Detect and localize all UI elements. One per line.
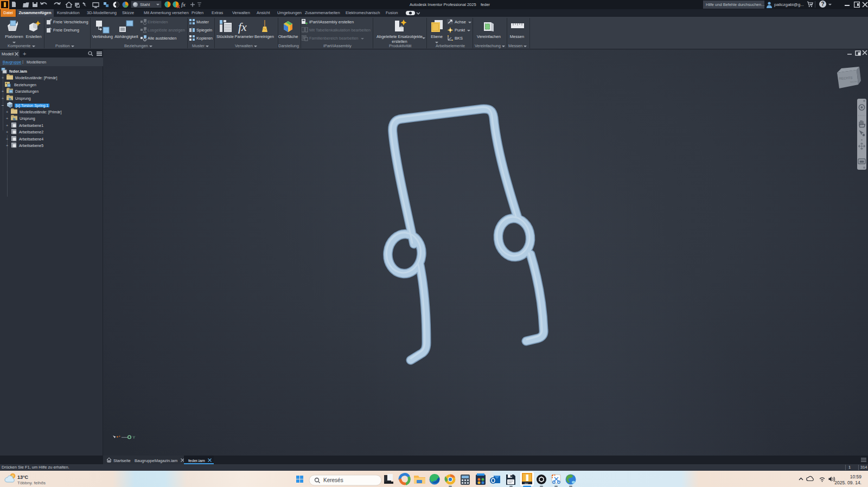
svg-text:Többny. felhős: Többny. felhős (17, 480, 46, 485)
svg-text:NNTR: NNTR (850, 80, 858, 84)
svg-text:fx: fx (238, 21, 247, 34)
svg-text:10:59: 10:59 (850, 474, 862, 479)
svg-text:INV: INV (525, 482, 528, 485)
svg-text:fx: fx (181, 1, 186, 8)
svg-text:Keresés: Keresés (323, 477, 343, 483)
svg-text:13°C: 13°C (17, 475, 29, 480)
svg-text:2025. 09. 14.: 2025. 09. 14. (834, 480, 861, 485)
svg-text:Y: Y (133, 435, 136, 439)
